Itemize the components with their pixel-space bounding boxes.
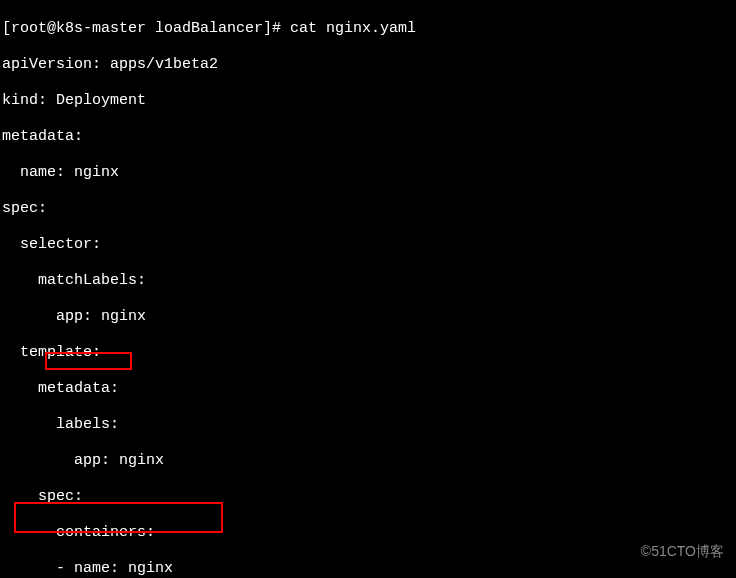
yaml-line: template: — [2, 344, 734, 362]
yaml-line: spec: — [2, 200, 734, 218]
prompt-user-host: [root@k8s-master loadBalancer]# — [2, 20, 281, 37]
yaml-line: app: nginx — [2, 308, 734, 326]
yaml-line: - name: nginx — [2, 560, 734, 578]
command-text: cat nginx.yaml — [290, 20, 416, 37]
yaml-line: labels: — [2, 416, 734, 434]
yaml-line: metadata: — [2, 128, 734, 146]
prompt-line-1: [root@k8s-master loadBalancer]# cat ngin… — [2, 20, 734, 38]
watermark-text: ©51CTO博客 — [641, 543, 724, 560]
yaml-line: matchLabels: — [2, 272, 734, 290]
terminal-output[interactable]: [root@k8s-master loadBalancer]# cat ngin… — [2, 2, 734, 578]
yaml-line: spec: — [2, 488, 734, 506]
yaml-line: apiVersion: apps/v1beta2 — [2, 56, 734, 74]
yaml-line: containers: — [2, 524, 734, 542]
yaml-line: name: nginx — [2, 164, 734, 182]
yaml-line: selector: — [2, 236, 734, 254]
yaml-line: app: nginx — [2, 452, 734, 470]
yaml-line: metadata: — [2, 380, 734, 398]
yaml-line: kind: Deployment — [2, 92, 734, 110]
